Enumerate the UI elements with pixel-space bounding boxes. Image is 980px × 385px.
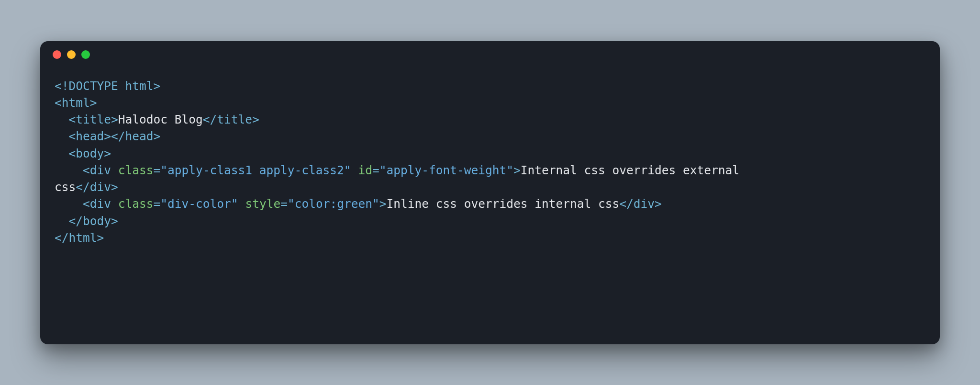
code-token: </ [203, 113, 217, 126]
code-token: = [154, 163, 161, 177]
code-token: <! [55, 79, 69, 93]
code-token: > [111, 113, 118, 126]
code-token: "color:green" [288, 197, 379, 211]
code-token: head [125, 129, 154, 143]
code-editor: <!DOCTYPE html><html> <title>Halodoc Blo… [40, 68, 940, 261]
code-token: title [76, 113, 111, 126]
code-token: > [97, 231, 104, 245]
code-line: <!DOCTYPE html> [55, 78, 925, 94]
code-token: > [90, 96, 97, 110]
code-line: <div class="div-color" style="color:gree… [55, 195, 925, 212]
code-line: </body> [55, 213, 925, 229]
close-icon[interactable] [53, 50, 61, 59]
code-token: < [83, 163, 90, 177]
code-token: < [69, 147, 76, 160]
window-titlebar [40, 41, 940, 68]
code-token: < [69, 129, 76, 143]
code-token: "apply-class1 apply-class2" [160, 163, 351, 177]
code-token: = [372, 163, 379, 177]
maximize-icon[interactable] [81, 50, 90, 59]
code-token: style [245, 197, 280, 211]
code-token: Halodoc Blog [118, 113, 203, 126]
code-token: body [83, 214, 111, 228]
code-token: div [90, 197, 111, 211]
code-token: Internal css overrides external [521, 163, 746, 177]
code-token: body [76, 147, 104, 160]
code-token: DOCTYPE html [69, 79, 154, 93]
code-line: css</div> [55, 179, 925, 195]
code-line: </html> [55, 229, 925, 246]
code-window: <!DOCTYPE html><html> <title>Halodoc Blo… [40, 41, 940, 344]
code-token: </ [619, 197, 634, 211]
code-token [111, 197, 118, 211]
code-token: div [634, 197, 655, 211]
code-token: Inline css overrides internal css [386, 197, 619, 211]
code-token: "apply-font-weight" [379, 163, 513, 177]
code-token: title [217, 113, 252, 126]
code-token: class [118, 197, 154, 211]
code-line: <title>Halodoc Blog</title> [55, 111, 925, 128]
code-token: class [118, 163, 154, 177]
code-token: </ [55, 231, 69, 245]
code-token: css [55, 180, 76, 194]
code-token: < [83, 197, 90, 211]
code-token: = [154, 197, 161, 211]
code-token: > [252, 113, 259, 126]
code-token: < [55, 96, 62, 110]
code-token: = [280, 197, 288, 211]
code-line: <div class="apply-class1 apply-class2" i… [55, 162, 925, 179]
code-token [111, 163, 118, 177]
code-token: div [90, 163, 111, 177]
code-line: <body> [55, 145, 925, 162]
code-token: > [104, 147, 111, 160]
code-token: > [154, 79, 161, 93]
code-token: "div-color" [160, 197, 238, 211]
code-token: < [69, 113, 76, 126]
code-token: > [379, 197, 387, 211]
code-token: head [76, 129, 104, 143]
code-token: </ [69, 214, 83, 228]
code-token: ></ [104, 129, 125, 143]
code-token: > [111, 180, 118, 194]
code-token: </ [76, 180, 90, 194]
code-token: > [111, 214, 118, 228]
code-line: <html> [55, 94, 925, 111]
code-token: html [62, 96, 90, 110]
code-token [351, 163, 358, 177]
code-token: > [154, 129, 161, 143]
code-line: <head></head> [55, 128, 925, 145]
code-token [238, 197, 245, 211]
code-token: id [358, 163, 372, 177]
code-token: html [69, 231, 97, 245]
minimize-icon[interactable] [67, 50, 76, 59]
code-token: div [90, 180, 111, 194]
code-token: > [655, 197, 662, 211]
code-token: > [513, 163, 521, 177]
